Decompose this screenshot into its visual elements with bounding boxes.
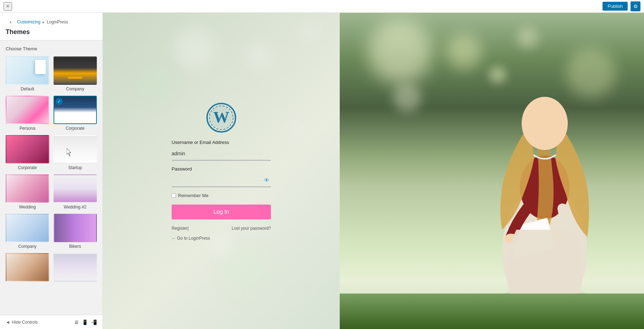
remember-row: Remember Me (172, 193, 271, 198)
publish-button[interactable]: Publish (603, 2, 628, 11)
svg-text:W: W (213, 108, 229, 126)
wordpress-logo: W (206, 103, 236, 133)
login-links: Register| Lost your password? (172, 226, 271, 231)
theme-item-extra1[interactable] (6, 253, 49, 283)
theme-thumbnail (6, 214, 49, 242)
theme-thumbnail: ✓ (54, 96, 97, 124)
theme-thumbnail (6, 174, 49, 203)
customizing-link[interactable]: Customizing (17, 19, 40, 24)
theme-name: Company (6, 244, 49, 249)
device-icons: 🖥 📱 📲 (74, 319, 97, 325)
theme-thumbnail (54, 214, 97, 242)
password-input[interactable] (172, 174, 271, 187)
tablet-icon[interactable]: 📱 (82, 319, 88, 325)
svg-point-8 (522, 97, 568, 150)
gear-button[interactable]: ⚙ (631, 1, 640, 11)
username-field-group: Username or Email Address ··· (172, 140, 271, 161)
password-field-group: Password ··· 👁 (172, 166, 271, 187)
password-dots-icon: ··· (257, 179, 262, 183)
grass (340, 294, 644, 329)
main-content: ‹ Customizing ► LoginPress Themes Choose… (0, 13, 644, 329)
theme-item-company[interactable]: Company (54, 56, 97, 91)
sidebar-header: ‹ Customizing ► LoginPress Themes (0, 13, 102, 40)
theme-thumbnail (6, 56, 49, 85)
theme-item-extra2[interactable] (54, 253, 97, 283)
person-figure (445, 52, 616, 308)
theme-name: Bikers (54, 244, 97, 249)
theme-thumbnail (54, 174, 97, 203)
theme-name: Wedding #2 (54, 205, 97, 210)
theme-grid: Default Company Persona ✓ Corporate (6, 56, 97, 283)
theme-thumbnail (6, 253, 49, 281)
password-label: Password (172, 166, 271, 172)
theme-thumbnail (54, 56, 97, 85)
theme-name: Startup (54, 165, 97, 170)
hide-controls-icon: ◄ (6, 320, 10, 325)
password-visibility-toggle[interactable]: 👁 (264, 177, 270, 184)
sidebar-body: Choose Theme Default Company Persona ✓ (0, 40, 102, 315)
theme-item-corporate2[interactable]: Corporate (6, 135, 49, 170)
theme-thumbnail (54, 253, 97, 281)
go-to-loginpress-link[interactable]: ← Go to LoginPress (172, 236, 271, 241)
theme-item-corporate-sel[interactable]: ✓ Corporate (54, 96, 97, 131)
theme-item-wedding[interactable]: Wedding (6, 174, 49, 210)
login-preview: W Username or Email Address ··· Password (103, 13, 340, 329)
remember-label: Remember Me (178, 193, 209, 198)
theme-item-persona[interactable]: Persona (6, 96, 49, 131)
theme-item-startup[interactable]: Startup (54, 135, 97, 170)
sidebar: ‹ Customizing ► LoginPress Themes Choose… (0, 13, 103, 329)
hide-controls-button[interactable]: ◄ Hide Controls (6, 320, 38, 325)
username-label: Username or Email Address (172, 140, 271, 145)
sidebar-title: Themes (6, 28, 30, 36)
breadcrumb-arrow: ► (42, 20, 45, 24)
theme-thumbnail (6, 96, 49, 124)
register-link[interactable]: Register| (172, 226, 189, 231)
dots-icon: ··· (257, 152, 262, 156)
theme-item-default[interactable]: Default (6, 56, 49, 91)
selected-check: ✓ (56, 98, 63, 105)
login-card: W Username or Email Address ··· Password (161, 92, 282, 250)
close-button[interactable]: × (4, 2, 12, 11)
theme-name: Corporate (54, 126, 97, 131)
hide-controls-label: Hide Controls (12, 320, 38, 325)
top-bar: × Publish ⚙ (0, 0, 644, 13)
theme-item-bikers[interactable]: Bikers (54, 214, 97, 249)
theme-name: Default (6, 87, 49, 91)
breadcrumb: ‹ Customizing ► LoginPress (6, 17, 97, 27)
theme-name: Persona (6, 126, 49, 131)
lost-password-link[interactable]: Lost your password? (232, 226, 271, 231)
back-button[interactable]: ‹ (6, 17, 16, 27)
loginpress-link[interactable]: LoginPress (47, 19, 68, 24)
sidebar-bottom: ◄ Hide Controls 🖥 📱 📲 (0, 315, 102, 329)
mobile-icon[interactable]: 📲 (91, 319, 97, 325)
sidebar-title-row: Themes (6, 28, 97, 36)
desktop-icon[interactable]: 🖥 (74, 319, 79, 325)
theme-thumbnail (54, 135, 97, 163)
preview-area: W Username or Email Address ··· Password (103, 13, 644, 329)
login-button[interactable]: Log In (172, 205, 271, 219)
theme-item-company2[interactable]: Company (6, 214, 49, 249)
theme-thumbnail (6, 135, 49, 163)
password-input-wrap: ··· 👁 (172, 174, 271, 187)
theme-name: Corporate (6, 165, 49, 170)
theme-item-wedding2[interactable]: Wedding #2 (54, 174, 97, 210)
theme-name: Company (54, 87, 97, 91)
choose-theme-label: Choose Theme (6, 46, 97, 51)
username-input-wrap: ··· (172, 147, 271, 161)
remember-checkbox[interactable] (172, 194, 176, 198)
theme-name: Wedding (6, 205, 49, 210)
username-input[interactable] (172, 147, 271, 161)
cursor-icon (67, 148, 74, 157)
photo-panel (340, 13, 644, 329)
